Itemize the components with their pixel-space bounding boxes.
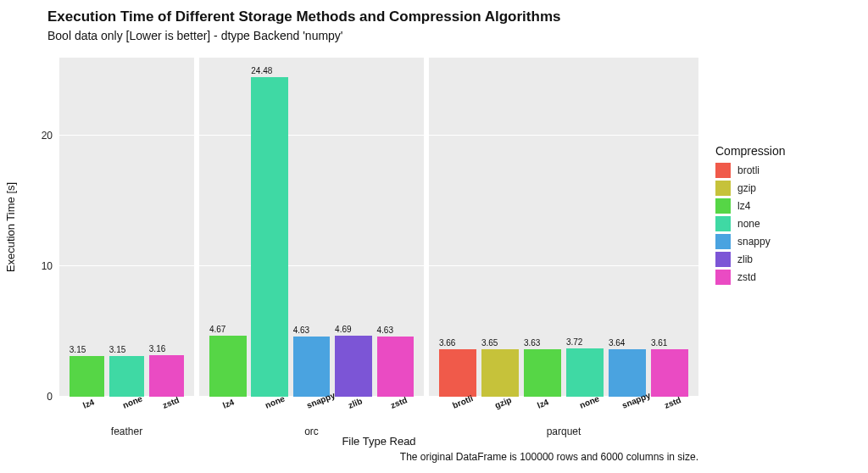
legend-item-gzip: gzip xyxy=(715,181,834,196)
legend-item-snappy: snappy xyxy=(715,234,834,249)
x-tick: zstd xyxy=(664,395,683,410)
x-tick: lz4 xyxy=(537,398,550,410)
legend-title: Compression xyxy=(715,144,834,158)
bar-value-label: 3.72 xyxy=(566,337,582,347)
legend-label: lz4 xyxy=(737,200,750,212)
x-tick: zstd xyxy=(389,395,409,410)
bar-parquet-lz4: 3.63lz4 xyxy=(522,58,563,397)
bar-value-label: 4.63 xyxy=(293,326,309,335)
bar-orc-zstd: 4.63zstd xyxy=(376,58,415,397)
chart-subtitle: Bool data only [Lower is better] - dtype… xyxy=(47,29,343,42)
bar-parquet-snappy: 3.64snappy xyxy=(607,58,648,397)
legend-item-lz4: lz4 xyxy=(715,198,834,214)
bar-orc-zlib: 4.69zlib xyxy=(333,58,373,397)
bar-orc-none: 24.48none xyxy=(249,58,289,397)
bar-parquet-brotli: 3.66brotli xyxy=(437,58,478,397)
bar-value-label: 3.63 xyxy=(524,338,540,348)
y-axis-title: Execution Time [s] xyxy=(4,182,17,272)
chart-caption: The original DataFrame is 100000 rows an… xyxy=(400,451,698,463)
y-axis: Execution Time [s] 01020 xyxy=(0,58,59,397)
bar-value-label: 4.67 xyxy=(209,325,225,334)
legend-item-zlib: zlib xyxy=(715,252,834,267)
plot-area: 3.15lz43.15none3.16zstdfeather4.67lz424.… xyxy=(59,58,698,397)
x-tick: gzip xyxy=(494,395,514,410)
bar-value-label: 3.16 xyxy=(149,344,165,353)
panel-feather: 3.15lz43.15none3.16zstdfeather xyxy=(59,58,194,397)
bar-feather-zstd: 3.16zstd xyxy=(147,58,186,397)
bar-value-label: 3.66 xyxy=(439,338,455,348)
legend-swatch xyxy=(715,181,731,196)
bar-value-label: 3.15 xyxy=(109,345,125,354)
legend-label: zlib xyxy=(737,253,753,265)
legend-swatch xyxy=(715,216,731,231)
bar-parquet-gzip: 3.65gzip xyxy=(480,58,520,397)
legend-label: snappy xyxy=(737,236,771,248)
panel-orc: 4.67lz424.48none4.63snappy4.69zlib4.63zs… xyxy=(199,58,424,397)
legend-swatch xyxy=(715,252,731,267)
legend-item-none: none xyxy=(715,216,834,231)
bar-feather-lz4: 3.15lz4 xyxy=(68,58,106,397)
bar-value-label: 24.48 xyxy=(251,66,272,75)
y-tick: 10 xyxy=(42,260,53,272)
x-tick: lz4 xyxy=(81,398,95,410)
bar-orc-lz4: 4.67lz4 xyxy=(208,58,248,397)
legend-label: none xyxy=(737,218,760,230)
legend-swatch xyxy=(715,163,731,178)
legend-item-brotli: brotli xyxy=(715,163,834,178)
bar-feather-none: 3.15none xyxy=(108,58,146,397)
legend-label: brotli xyxy=(737,164,760,176)
bar-value-label: 3.64 xyxy=(609,338,625,348)
y-tick: 0 xyxy=(47,391,53,403)
legend: Compression brotligziplz4nonesnappyzlibz… xyxy=(715,144,834,287)
bar-value-label: 3.61 xyxy=(651,338,667,348)
legend-item-zstd: zstd xyxy=(715,270,834,285)
x-axis-title: File Type Read xyxy=(59,435,698,448)
y-tick: 20 xyxy=(42,130,53,142)
x-tick: zstd xyxy=(161,395,181,410)
bar-orc-snappy: 4.63snappy xyxy=(292,58,331,397)
chart-title: Execution Time of Different Storage Meth… xyxy=(47,8,560,25)
legend-label: gzip xyxy=(737,182,756,194)
bar-parquet-none: 3.72none xyxy=(565,58,605,397)
bar-value-label: 4.63 xyxy=(377,326,393,335)
legend-swatch xyxy=(715,198,731,214)
bar-value-label: 3.65 xyxy=(481,338,498,348)
bar-parquet-zstd: 3.61zstd xyxy=(649,58,690,397)
panel-parquet: 3.66brotli3.65gzip3.63lz43.72none3.64sna… xyxy=(429,58,698,397)
bar-value-label: 4.69 xyxy=(335,325,351,334)
legend-swatch xyxy=(715,270,731,285)
x-tick: zlib xyxy=(348,396,364,409)
x-tick: lz4 xyxy=(221,398,235,410)
bar-value-label: 3.15 xyxy=(70,345,86,354)
legend-label: zstd xyxy=(737,271,756,283)
legend-swatch xyxy=(715,234,731,249)
